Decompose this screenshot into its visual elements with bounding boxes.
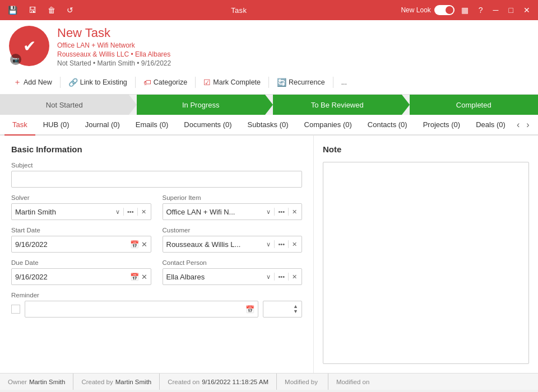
contact-dropdown-btn[interactable]: ∨: [265, 272, 272, 282]
header-subtitle: Office LAN + Wifi Network: [57, 41, 529, 49]
superior-sep2: [288, 208, 289, 216]
new-look-toggle[interactable]: [434, 5, 454, 15]
due-date-calendar-btn[interactable]: 📅: [130, 273, 139, 281]
solver-clear-btn[interactable]: ✕: [140, 207, 147, 217]
save-button-1[interactable]: 💾: [4, 4, 21, 16]
add-new-label: Add New: [24, 78, 52, 86]
customer-clear-btn[interactable]: ✕: [291, 240, 298, 249]
tab-emails[interactable]: Emails (0): [128, 115, 177, 136]
customer-combobox: Rousseaux & Willis L... ∨ ••• ✕: [163, 236, 303, 253]
footer-owner: Owner Martin Smith: [0, 374, 73, 390]
customer-sep: [274, 240, 275, 248]
reminder-time: 📅: [25, 301, 258, 318]
more-button[interactable]: ...: [337, 76, 351, 88]
header-info: New Task Office LAN + Wifi Network Rouss…: [57, 26, 529, 67]
solver-col: Solver Martin Smith ∨ ••• ✕: [11, 194, 151, 220]
customer-sep2: [288, 240, 289, 248]
due-date-label: Due Date: [11, 259, 151, 266]
contact-clear-btn[interactable]: ✕: [291, 272, 298, 282]
tab-subtasks[interactable]: Subtasks (0): [240, 115, 296, 136]
duedate-contact-row: Due Date 9/16/2022 📅 ✕ Contact Person El…: [11, 259, 302, 285]
tab-documents[interactable]: Documents (0): [176, 115, 239, 136]
new-look-label: New Look: [401, 6, 430, 14]
solver-more-btn[interactable]: •••: [126, 207, 135, 216]
avatar: ✔ 📷: [9, 26, 49, 66]
help-button[interactable]: ?: [475, 4, 486, 16]
note-textarea[interactable]: [323, 162, 529, 364]
tab-nav-next[interactable]: ›: [523, 116, 532, 133]
check-icon: ☑: [203, 78, 211, 87]
superior-more-btn[interactable]: •••: [277, 207, 286, 216]
recurrence-button[interactable]: 🔄 Recurrence: [272, 76, 330, 89]
start-date-calendar-btn[interactable]: 📅: [130, 240, 139, 249]
categorize-label: Categorize: [154, 78, 187, 86]
note-panel: Note: [314, 136, 538, 373]
customer-more-btn[interactable]: •••: [277, 240, 286, 249]
tab-journal[interactable]: Journal (0): [77, 115, 128, 136]
status-to-be-reviewed[interactable]: To Be Reviewed: [273, 95, 402, 115]
superior-sep: [274, 208, 275, 216]
main-content: Basic Information Subject Solver Martin …: [0, 136, 538, 373]
refresh-button[interactable]: ↺: [63, 4, 77, 16]
solver-actions: ∨ ••• ✕: [114, 207, 147, 217]
solver-dropdown-btn[interactable]: ∨: [114, 207, 121, 217]
link-to-existing-button[interactable]: 🔗 Link to Existing: [64, 76, 132, 89]
superior-dropdown-btn[interactable]: ∨: [265, 207, 272, 217]
solver-label: Solver: [11, 194, 151, 201]
save-button-2[interactable]: 🖫: [25, 4, 40, 16]
superior-item-value: Office LAN + Wifi N...: [166, 208, 263, 216]
superior-item-label: Superior Item: [163, 194, 303, 201]
status-footer: Owner Martin Smith Created by Martin Smi…: [0, 373, 538, 390]
contact-person-actions: ∨ ••• ✕: [265, 272, 298, 282]
reminder-spin-down[interactable]: ▼: [293, 309, 298, 314]
customer-value: Rousseaux & Willis L...: [166, 240, 263, 249]
reminder-calendar-btn[interactable]: 📅: [245, 305, 254, 314]
basic-info-title: Basic Information: [11, 144, 302, 154]
window-title: Task: [77, 6, 401, 15]
categorize-button[interactable]: 🏷 Categorize: [139, 76, 192, 89]
tab-deals[interactable]: Deals (0): [468, 115, 513, 136]
subject-input[interactable]: [11, 171, 302, 188]
tag-icon: 🏷: [143, 78, 151, 87]
delete-button[interactable]: 🗑: [44, 4, 59, 16]
due-date-input: 9/16/2022 📅 ✕: [11, 268, 151, 285]
maximize-button[interactable]: □: [505, 4, 517, 16]
toolbar-sep-1: [60, 77, 61, 88]
solver-sep2: [137, 208, 138, 216]
toolbar: ＋ Add New 🔗 Link to Existing 🏷 Categoriz…: [9, 72, 529, 94]
mark-complete-button[interactable]: ☑ Mark Complete: [199, 76, 265, 89]
customer-label: Customer: [163, 227, 303, 234]
tab-projects[interactable]: Projects (0): [415, 115, 468, 136]
tab-contacts[interactable]: Contacts (0): [360, 115, 415, 136]
grid-icon-button[interactable]: ▦: [458, 4, 472, 16]
tab-task[interactable]: Task: [4, 115, 35, 136]
reminder-field-group: Reminder 📅 ▲ ▼: [11, 292, 302, 318]
due-date-clear-btn[interactable]: ✕: [141, 273, 147, 281]
camera-icon[interactable]: 📷: [10, 54, 21, 65]
start-date-label: Start Date: [11, 227, 151, 234]
title-bar: 💾 🖫 🗑 ↺ Task New Look ▦ ? ─ □ ✕: [0, 0, 538, 20]
status-completed-label: Completed: [456, 101, 491, 109]
start-date-clear-btn[interactable]: ✕: [141, 240, 147, 249]
title-bar-left: 💾 🖫 🗑 ↺: [4, 4, 77, 16]
status-not-started-label: Not Started: [46, 101, 83, 109]
superior-item-actions: ∨ ••• ✕: [265, 207, 298, 217]
app-header: ✔ 📷 New Task Office LAN + Wifi Network R…: [0, 20, 538, 95]
tab-nav-prev[interactable]: ‹: [513, 116, 523, 133]
status-in-progress[interactable]: In Progress: [137, 95, 266, 115]
contact-more-btn[interactable]: •••: [277, 272, 286, 281]
reminder-label: Reminder: [11, 292, 302, 298]
minimize-button[interactable]: ─: [490, 4, 502, 16]
tab-hub[interactable]: HUB (0): [35, 115, 77, 136]
add-new-button[interactable]: ＋ Add New: [9, 75, 57, 90]
status-not-started[interactable]: Not Started: [0, 95, 129, 115]
superior-clear-btn[interactable]: ✕: [291, 207, 298, 217]
reminder-checkbox[interactable]: [11, 305, 20, 314]
status-completed[interactable]: Completed: [410, 95, 539, 115]
footer-modified-by: Modified by: [277, 374, 328, 390]
close-button[interactable]: ✕: [520, 4, 534, 16]
header-title: New Task: [57, 26, 529, 40]
customer-dropdown-btn[interactable]: ∨: [265, 240, 272, 249]
tab-companies[interactable]: Companies (0): [296, 115, 360, 136]
solver-sep: [123, 208, 124, 216]
